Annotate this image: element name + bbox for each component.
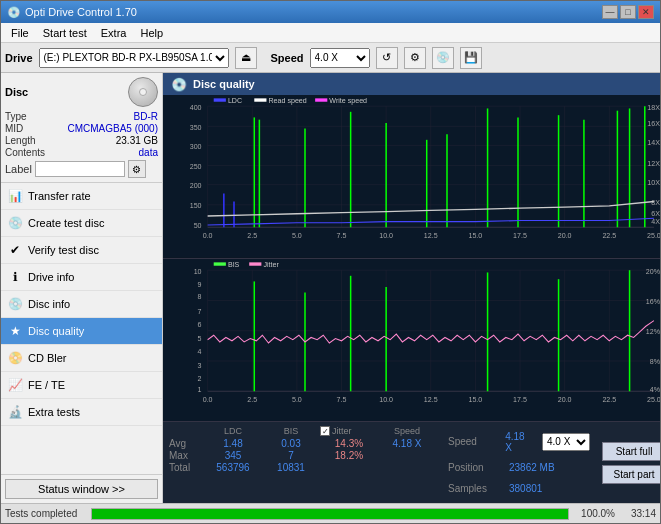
nav-create-test-disc[interactable]: 💿 Create test disc <box>1 210 162 237</box>
bottom-stats-bar: LDC BIS ✓ Jitter Speed Avg 1.48 0.03 14.… <box>163 421 660 503</box>
stats-max-jitter: 18.2% <box>320 450 378 461</box>
content-area: Disc Type BD-R MID CMCMAGBA5 (000) Lengt… <box>1 73 660 503</box>
nav-verify-test-disc[interactable]: ✔ Verify test disc <box>1 237 162 264</box>
svg-text:15.0: 15.0 <box>468 231 482 240</box>
disc-icon <box>128 77 158 107</box>
svg-text:7: 7 <box>198 306 202 315</box>
svg-text:12X: 12X <box>647 158 660 167</box>
svg-text:18X: 18X <box>647 102 660 111</box>
svg-text:3: 3 <box>198 360 202 369</box>
drive-label: Drive <box>5 52 33 64</box>
disc-length-row: Length 23.31 GB <box>5 135 158 146</box>
position-row: Position 23862 MB <box>448 462 590 473</box>
minimize-button[interactable]: — <box>602 5 618 19</box>
speed-row-label: Speed <box>448 436 499 447</box>
disc-button[interactable]: 💿 <box>432 47 454 69</box>
stats-avg-ldc: 1.48 <box>204 438 262 449</box>
disc-mid-label: MID <box>5 123 23 134</box>
nav-fe-te[interactable]: 📈 FE / TE <box>1 372 162 399</box>
svg-text:14X: 14X <box>647 138 660 147</box>
svg-text:400: 400 <box>190 102 202 111</box>
buttons-section: Start full Start part <box>596 422 660 503</box>
stats-max-bis: 7 <box>262 450 320 461</box>
save-button[interactable]: 💾 <box>460 47 482 69</box>
stats-section: LDC BIS ✓ Jitter Speed Avg 1.48 0.03 14.… <box>163 422 442 503</box>
menu-help[interactable]: Help <box>134 25 169 41</box>
svg-rect-110 <box>249 262 261 265</box>
nav-create-test-disc-label: Create test disc <box>28 217 156 229</box>
menu-file[interactable]: File <box>5 25 35 41</box>
svg-text:1: 1 <box>198 385 202 394</box>
svg-text:17.5: 17.5 <box>513 231 527 240</box>
start-full-button[interactable]: Start full <box>602 442 660 461</box>
settings-button[interactable]: ⚙ <box>404 47 426 69</box>
svg-text:22.5: 22.5 <box>602 231 616 240</box>
svg-text:2.5: 2.5 <box>247 231 257 240</box>
disc-label-input[interactable] <box>35 161 125 177</box>
stats-max-label: Max <box>169 450 204 461</box>
nav-transfer-rate-label: Transfer rate <box>28 190 156 202</box>
progress-time: 33:14 <box>621 508 656 519</box>
close-button[interactable]: ✕ <box>638 5 654 19</box>
disc-contents-row: Contents data <box>5 147 158 158</box>
chart-title: Disc quality <box>193 78 255 90</box>
start-part-button[interactable]: Start part <box>602 465 660 484</box>
charts-wrapper: 400 350 300 250 200 150 50 18X 16X 14X 1… <box>163 95 660 421</box>
svg-text:Write speed: Write speed <box>329 96 367 105</box>
menu-start-test[interactable]: Start test <box>37 25 93 41</box>
stats-header-row: LDC BIS ✓ Jitter Speed <box>169 426 436 436</box>
eject-button[interactable]: ⏏ <box>235 47 257 69</box>
samples-row: Samples 380801 <box>448 483 590 494</box>
nav-drive-info-label: Drive info <box>28 271 156 283</box>
nav-disc-quality[interactable]: ★ Disc quality <box>1 318 162 345</box>
nav-transfer-rate[interactable]: 📊 Transfer rate <box>1 183 162 210</box>
nav-disc-info[interactable]: 💿 Disc info <box>1 291 162 318</box>
disc-info-icon: 💿 <box>7 296 23 312</box>
svg-text:15.0: 15.0 <box>468 395 482 404</box>
speed-select[interactable]: 4.0 X <box>310 48 370 68</box>
disc-inner-circle <box>139 88 147 96</box>
disc-length-value: 23.31 GB <box>116 135 158 146</box>
svg-text:0.0: 0.0 <box>203 231 213 240</box>
jitter-checkbox[interactable]: ✓ <box>320 426 330 436</box>
maximize-button[interactable]: □ <box>620 5 636 19</box>
svg-text:0.0: 0.0 <box>203 395 213 404</box>
nav-extra-tests[interactable]: 🔬 Extra tests <box>1 399 162 426</box>
position-val: 23862 MB <box>509 462 555 473</box>
stats-ldc-header: LDC <box>204 426 262 436</box>
disc-section-title: Disc <box>5 86 28 98</box>
nav-section: 📊 Transfer rate 💿 Create test disc ✔ Ver… <box>1 183 162 474</box>
svg-text:10.0: 10.0 <box>379 231 393 240</box>
disc-label-button[interactable]: ⚙ <box>128 160 146 178</box>
speed-row-select[interactable]: 4.0 X <box>542 433 590 451</box>
svg-text:350: 350 <box>190 122 202 131</box>
nav-drive-info[interactable]: ℹ Drive info <box>1 264 162 291</box>
speed-row: Speed 4.18 X 4.0 X <box>448 431 590 453</box>
stats-jitter-header: ✓ Jitter <box>320 426 378 436</box>
disc-label-row: Label ⚙ <box>5 160 158 178</box>
svg-text:50: 50 <box>194 221 202 230</box>
app-title: Opti Drive Control 1.70 <box>25 6 137 18</box>
svg-text:300: 300 <box>190 141 202 150</box>
stats-avg-jitter: 14.3% <box>320 438 378 449</box>
app-window: 💿 Opti Drive Control 1.70 — □ ✕ File Sta… <box>0 0 661 524</box>
nav-disc-info-label: Disc info <box>28 298 156 310</box>
chart-title-icon: 💿 <box>171 77 187 92</box>
drive-select[interactable]: (E:) PLEXTOR BD-R PX-LB950SA 1.06 <box>39 48 229 68</box>
svg-text:17.5: 17.5 <box>513 395 527 404</box>
svg-text:200: 200 <box>190 181 202 190</box>
refresh-button[interactable]: ↺ <box>376 47 398 69</box>
title-bar-title: 💿 Opti Drive Control 1.70 <box>7 6 137 19</box>
progress-bar-fill <box>92 509 568 519</box>
nav-cd-bler[interactable]: 📀 CD Bler <box>1 345 162 372</box>
create-test-disc-icon: 💿 <box>7 215 23 231</box>
svg-text:250: 250 <box>190 162 202 171</box>
svg-text:5.0: 5.0 <box>292 395 302 404</box>
stats-avg-bis: 0.03 <box>262 438 320 449</box>
menu-extra[interactable]: Extra <box>95 25 133 41</box>
svg-rect-0 <box>163 95 660 258</box>
status-window-button[interactable]: Status window >> <box>5 479 158 499</box>
svg-text:12%: 12% <box>646 326 660 335</box>
stats-bis-header: BIS <box>262 426 320 436</box>
progress-percent: 100.0% <box>575 508 615 519</box>
